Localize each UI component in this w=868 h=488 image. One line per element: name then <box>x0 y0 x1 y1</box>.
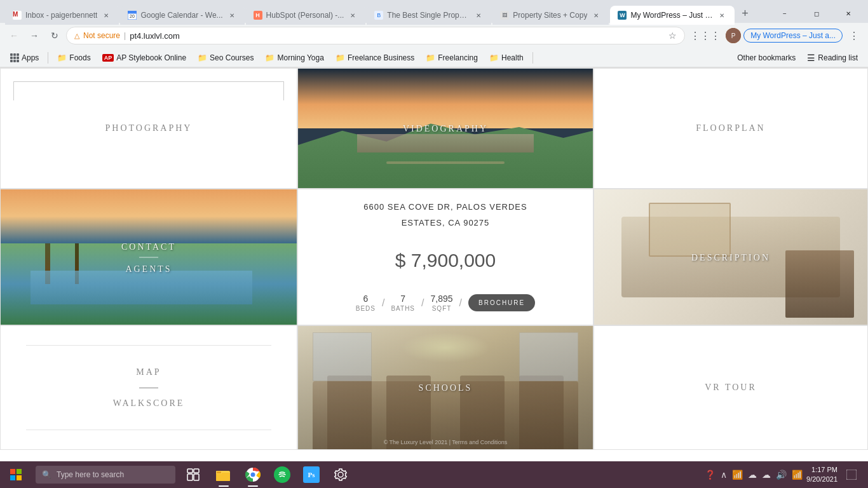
tab-favicon-gmail: M <box>13 11 22 20</box>
bookmark-freelance[interactable]: 📁 Freelance Business <box>330 51 419 65</box>
bookmark-ap[interactable]: AP AP Stylebook Online <box>97 51 191 65</box>
property-stats: 6 BEDS / 7 BATHS / 7,895 SQFT / BROCHURE <box>356 294 535 312</box>
tab-title-calendar: Google Calendar - We... <box>140 11 222 20</box>
bookmark-star-icon[interactable]: ☆ <box>668 30 677 41</box>
tab-close-gmail[interactable]: ✕ <box>101 10 111 20</box>
notification-button[interactable] <box>841 461 862 488</box>
contact-section[interactable]: CONTACT AGENTS <box>0 189 297 325</box>
tab-gmail[interactable]: M Inbox - paigerbennett ✕ <box>5 6 119 25</box>
bookmark-freelance-label: Freelance Business <box>348 53 414 62</box>
tab-close-best-single[interactable]: ✕ <box>473 10 484 20</box>
map-divider <box>139 388 158 388</box>
volume-icon[interactable]: 🔊 <box>776 470 787 480</box>
tab-bar: M Inbox - paigerbennett ✕ 20 Google Cale… <box>0 0 868 23</box>
bookmark-foods[interactable]: 📁 Foods <box>52 51 95 65</box>
map-section[interactable]: MAP WALKSCORE <box>0 325 297 450</box>
onedrive-icon[interactable]: ☁ <box>762 470 771 480</box>
brochure-button[interactable]: BROCHURE <box>468 294 535 311</box>
mirror-element <box>649 203 731 257</box>
forward-button[interactable]: → <box>25 27 43 44</box>
tab-close-wordpress[interactable]: ✕ <box>717 10 727 20</box>
close-button[interactable]: ✕ <box>834 4 863 23</box>
wifi-icon[interactable]: 📶 <box>792 470 803 480</box>
window-controls: − ◻ ✕ <box>770 4 863 23</box>
floorplan-section[interactable]: FLOORPLAN <box>593 68 868 189</box>
videography-overlay: VIDEOGRAPHY <box>403 123 488 134</box>
settings-button[interactable] <box>327 461 355 488</box>
address-text: pt4.luxlvl.com <box>130 31 665 41</box>
videography-label: VIDEOGRAPHY <box>403 124 488 133</box>
chrome-button[interactable] <box>239 461 267 488</box>
contact-overlay: CONTACT AGENTS <box>121 240 176 274</box>
system-icons: ❓ ∧ 📶 ☁ ☁ 🔊 📶 <box>705 470 803 480</box>
description-section[interactable]: DESCRIPTION <box>593 189 868 325</box>
bookmark-health-label: Health <box>501 53 524 62</box>
spotify-icon <box>274 466 290 483</box>
tab-hubspot[interactable]: H HubSpot (Personal) -... ✕ <box>246 6 366 25</box>
map-border-top <box>26 345 271 346</box>
tab-property-copy[interactable]: 🖼 Property Sites + Copy ✕ <box>492 6 609 25</box>
tab-close-calendar[interactable]: ✕ <box>227 10 237 20</box>
network-icon[interactable]: 📶 <box>732 470 743 480</box>
minimize-button[interactable]: − <box>770 4 799 23</box>
cloud-icon[interactable]: ☁ <box>748 470 757 480</box>
ap-icon: AP <box>102 54 114 62</box>
schools-section[interactable]: SCHOOLS © The Luxury Level 2021 | Terms … <box>297 325 593 450</box>
svg-rect-13 <box>194 474 199 480</box>
taskbar-search[interactable]: 🔍 Type here to search <box>36 466 175 484</box>
contact-divider <box>139 257 158 257</box>
file-explorer-button[interactable] <box>210 461 238 488</box>
update-button[interactable]: My WordPress – Just a... <box>743 29 843 43</box>
taskbar-clock[interactable]: 1:17 PM 9/20/2021 <box>806 465 837 485</box>
vr-tour-section[interactable]: VR TOUR <box>593 325 868 450</box>
bookmark-health[interactable]: 📁 Health <box>484 51 529 65</box>
svg-rect-11 <box>194 469 199 473</box>
restore-button[interactable]: ◻ <box>802 4 831 23</box>
vr-tour-label: VR TOUR <box>705 383 757 393</box>
menu-button[interactable]: ⋮ <box>845 27 863 44</box>
bookmark-other[interactable]: Other bookmarks <box>732 51 801 65</box>
photography-section[interactable]: PHOTOGRAPHY <box>0 68 297 189</box>
address-separator: | <box>124 31 126 40</box>
property-info-section: 6600 SEA COVE DR, PALOS VERDES ESTATES, … <box>297 189 593 325</box>
bookmark-freelancing[interactable]: 📁 Freelancing <box>421 51 483 65</box>
photoshop-button[interactable]: Ps <box>297 461 325 488</box>
file-explorer-icon <box>215 466 232 483</box>
svg-rect-7 <box>17 469 22 474</box>
bookmark-foods-label: Foods <box>69 53 90 62</box>
apps-grid-icon <box>10 53 19 62</box>
videography-section[interactable]: VIDEOGRAPHY <box>297 68 593 189</box>
tab-add-button[interactable]: + <box>736 4 754 22</box>
taskview-button[interactable] <box>179 461 207 488</box>
svg-rect-10 <box>187 469 193 473</box>
bookmark-apps[interactable]: Apps <box>5 51 44 65</box>
reload-button[interactable]: ↻ <box>46 27 64 44</box>
tab-title-wordpress: My WordPress – Just a... <box>630 11 713 20</box>
start-button[interactable] <box>0 461 32 488</box>
tab-calendar[interactable]: 20 Google Calendar - We... ✕ <box>120 6 244 25</box>
svg-rect-2 <box>128 11 137 13</box>
bookmark-seo[interactable]: 📁 Seo Courses <box>193 51 259 65</box>
profile-picture[interactable]: P <box>726 28 741 43</box>
tab-favicon-best-single: B <box>374 11 383 20</box>
bookmark-separator-1 <box>48 52 48 64</box>
spotify-button[interactable] <box>268 461 296 488</box>
taskbar-apps: Ps <box>210 461 355 488</box>
tab-wordpress[interactable]: W My WordPress – Just a... ✕ <box>610 6 735 25</box>
svg-text:20: 20 <box>130 14 135 18</box>
map-label: MAP <box>136 367 161 377</box>
tab-best-single[interactable]: B The Best Single Prope... ✕ <box>367 6 491 25</box>
tab-close-hubspot[interactable]: ✕ <box>348 10 358 20</box>
back-button[interactable]: ← <box>5 27 23 44</box>
svg-rect-12 <box>187 474 193 480</box>
chevron-up-icon[interactable]: ∧ <box>721 470 727 480</box>
bookmark-yoga[interactable]: 📁 Morning Yoga <box>260 51 329 65</box>
photography-label: PHOTOGRAPHY <box>105 123 193 133</box>
question-icon[interactable]: ❓ <box>705 470 715 480</box>
tab-close-property-copy[interactable]: ✕ <box>591 10 601 20</box>
bookmark-reading[interactable]: ☰ Reading list <box>802 50 863 65</box>
dresser-element <box>785 250 854 318</box>
address-bar[interactable]: △ Not secure | pt4.luxlvl.com ☆ <box>66 27 685 44</box>
google-apps-icon[interactable]: ⋮⋮⋮ <box>690 30 721 42</box>
beds-label: BEDS <box>356 305 376 312</box>
